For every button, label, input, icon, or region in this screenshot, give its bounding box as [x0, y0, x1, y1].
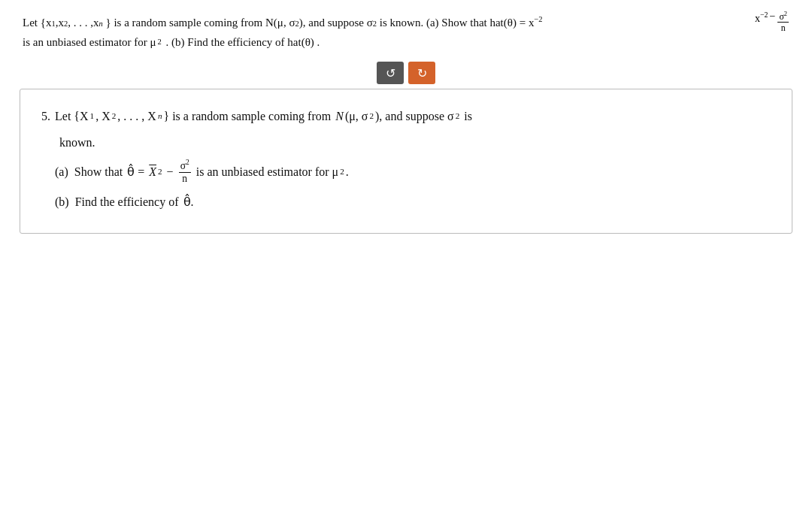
sigma2-num: σ2: [179, 159, 191, 173]
problem-close: ), and suppose σ: [375, 106, 454, 126]
problem-N-args: (μ, σ: [345, 106, 368, 126]
comma1: ,x: [56, 14, 64, 32]
is-random: } is a random sample coming from: [103, 14, 265, 32]
header-line2: is an unbiased estimator for μ 2 . (b) F…: [23, 33, 789, 51]
redo-icon: ↻: [417, 66, 427, 80]
problem-sigma2: 2: [369, 109, 374, 123]
undo-icon: ↺: [386, 66, 395, 80]
problem-let: Let {X: [55, 106, 89, 126]
fraction-numerator: σ2: [777, 11, 789, 23]
dots: , . . . ,x: [68, 14, 98, 32]
problem-box: 5. Let {X 1 , X 2 , . . . , X n } is a r…: [20, 89, 792, 234]
X-sq-exp: 2: [158, 165, 162, 179]
n-den: n: [180, 173, 189, 185]
problem-N-dist: N: [335, 106, 344, 126]
theta-hat-a: θ̂ =: [127, 162, 147, 182]
unbiased-text: is an unbiased estimator for μ: [23, 33, 156, 51]
mu-sq-a: 2: [340, 165, 344, 179]
problem-known-line: known.: [59, 132, 771, 153]
and-suppose: and suppose σ: [308, 14, 373, 32]
header-line1: Let {x 1 ,x 2 , . . . ,x n } is a random…: [23, 14, 789, 32]
top-right-expression: x−2 − σ2 n: [755, 11, 789, 34]
part-a-label: (a) Show that: [55, 162, 126, 182]
sigma2-over-n: σ2 n: [179, 159, 191, 185]
is-known-a: is known. (a) Show that hat(θ) =: [377, 14, 529, 32]
X2-sub: 2: [112, 109, 117, 123]
Xn-sub: n: [158, 109, 162, 123]
problem-sigma2b: 2: [456, 109, 460, 123]
toolbar: ↺ ↻: [0, 62, 812, 84]
superscript-minus2: −2: [760, 11, 768, 19]
problem-number: 5.: [41, 106, 53, 126]
theta-hat-b: θ̂.: [183, 192, 194, 212]
x-exp-minus2: x−2: [755, 11, 768, 25]
period-a: .: [346, 162, 349, 182]
x-bar-top: x−2: [529, 14, 543, 32]
close-N: ),: [299, 14, 309, 32]
part-a: (a) Show that θ̂ = X 2 − σ2 n is an unbi…: [55, 159, 771, 185]
known-text: known.: [59, 136, 95, 149]
fraction-denominator: n: [780, 23, 787, 33]
undo-button[interactable]: ↺: [377, 62, 404, 84]
problem-is-random: } is a random sample coming from: [163, 106, 334, 126]
X1-sub: 1: [90, 109, 95, 123]
sigma-over-n-fraction: σ2 n: [777, 11, 789, 34]
part-b-label: (b) Find the efficiency of: [55, 192, 182, 212]
problem-dots: , . . . , X: [117, 106, 156, 126]
mu2-top: 2: [158, 36, 162, 49]
header-text: Let {x 1 ,x 2 , . . . ,x n } is a random…: [23, 14, 789, 51]
problem-is-known: is: [461, 106, 472, 126]
part-b: (b) Find the efficiency of θ̂.: [55, 192, 771, 212]
N-dist: N(μ, σ: [265, 14, 295, 32]
top-bar: x−2 − σ2 n Let {x 1 ,x 2 , . . . ,x n } …: [0, 0, 812, 56]
X-bar-sq: X: [149, 162, 156, 182]
is-unbiased: is an unbiased estimator for μ: [193, 162, 338, 182]
minus-sigma: −: [164, 162, 177, 182]
problem-comma1: , X: [95, 106, 111, 126]
problem-statement: 5. Let {X 1 , X 2 , . . . , X n } is a r…: [41, 106, 771, 126]
let-text: Let {x: [23, 14, 51, 32]
part-b-ref: . (b) Find the efficiency of hat(θ) .: [163, 33, 320, 51]
minus-sign: −: [770, 11, 776, 23]
redo-button[interactable]: ↻: [408, 62, 435, 84]
